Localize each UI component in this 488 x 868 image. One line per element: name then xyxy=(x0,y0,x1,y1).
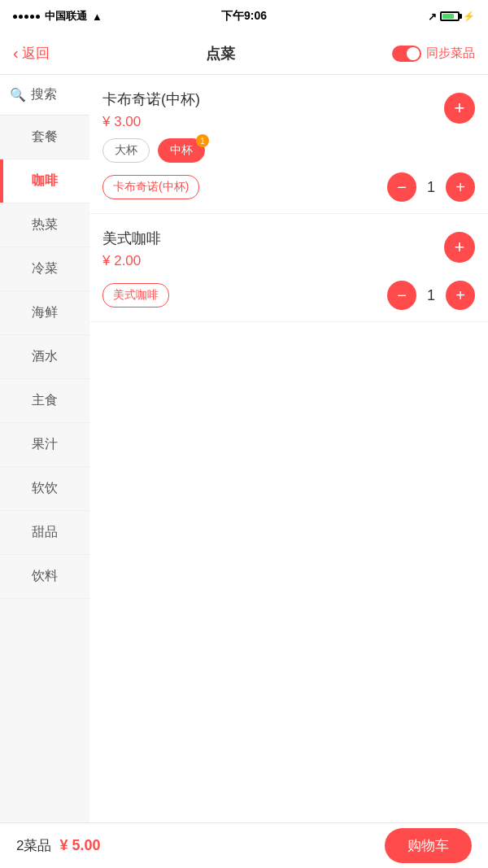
size-medium-option[interactable]: 中杯 1 xyxy=(158,138,205,163)
search-label: 搜索 xyxy=(31,86,57,103)
size-medium-label: 中杯 xyxy=(170,143,193,156)
menu-item-header: 卡布奇诺(中杯) ¥ 3.00 + xyxy=(102,89,475,138)
sidebar-item-seafood[interactable]: 海鲜 xyxy=(0,291,89,335)
sidebar-item-drinks[interactable]: 酒水 xyxy=(0,335,89,379)
sidebar-item-hot-dishes[interactable]: 热菜 xyxy=(0,203,89,247)
sidebar-item-beverage[interactable]: 饮料 xyxy=(0,555,89,599)
plus-icon: + xyxy=(455,98,465,119)
menu-item-cappuccino: 卡布奇诺(中杯) ¥ 3.00 + 大杯 中杯 1 卡布奇诺(中杯) xyxy=(89,75,488,214)
sidebar-item-soft-drink[interactable]: 软饮 xyxy=(0,467,89,511)
battery-icon xyxy=(440,11,460,21)
back-label: 返回 xyxy=(22,44,50,63)
cart-button[interactable]: 购物车 xyxy=(385,828,472,863)
sidebar-item-label: 主食 xyxy=(32,392,58,409)
menu-item-price: ¥ 2.00 xyxy=(102,253,444,269)
menu-item-info: 美式咖啡 ¥ 2.00 xyxy=(102,229,444,277)
sidebar-item-label: 软饮 xyxy=(32,480,58,497)
plus-icon: + xyxy=(455,178,465,197)
decrease-cappuccino-button[interactable]: − xyxy=(387,172,416,202)
sidebar-item-juice[interactable]: 果汁 xyxy=(0,423,89,467)
sidebar: 🔍 搜索 套餐 咖啡 热菜 冷菜 海鲜 酒水 主食 果汁 软饮 甜 xyxy=(0,75,89,822)
cart-controls-americano: − 1 + xyxy=(387,281,475,310)
size-badge: 1 xyxy=(196,134,209,147)
sidebar-item-label: 套餐 xyxy=(32,129,58,146)
sidebar-item-label: 甜品 xyxy=(32,524,58,541)
increase-cappuccino-button[interactable]: + xyxy=(446,172,475,202)
location-icon: ↗ xyxy=(428,11,437,23)
sidebar-item-label: 咖啡 xyxy=(32,172,58,190)
menu-item-info: 卡布奇诺(中杯) ¥ 3.00 xyxy=(102,89,444,138)
sidebar-item-label: 海鲜 xyxy=(32,304,58,321)
signal-icon xyxy=(13,15,40,19)
bottom-bar: 2菜品 ¥ 5.00 购物车 xyxy=(0,822,488,868)
menu-list: 卡布奇诺(中杯) ¥ 3.00 + 大杯 中杯 1 卡布奇诺(中杯) xyxy=(89,75,488,822)
sidebar-item-label: 果汁 xyxy=(32,436,58,453)
cart-tag-cappuccino: 卡布奇诺(中杯) xyxy=(102,175,199,199)
menu-item-name: 卡布奇诺(中杯) xyxy=(102,89,444,109)
cart-tag-americano: 美式咖啡 xyxy=(102,283,169,308)
item-count: 2菜品 xyxy=(16,836,51,855)
sidebar-item-label: 热菜 xyxy=(32,216,58,233)
bottom-info: 2菜品 ¥ 5.00 xyxy=(16,836,101,855)
main-content: 🔍 搜索 套餐 咖啡 热菜 冷菜 海鲜 酒水 主食 果汁 软饮 甜 xyxy=(0,75,488,822)
sidebar-item-dessert[interactable]: 甜品 xyxy=(0,511,89,555)
nav-bar: ‹ 返回 点菜 同步菜品 xyxy=(0,33,488,75)
toggle-knob xyxy=(407,47,420,60)
menu-item-name: 美式咖啡 xyxy=(102,229,444,248)
sync-toggle[interactable] xyxy=(392,46,421,62)
wifi-icon: ▲ xyxy=(92,11,102,23)
sidebar-item-coffee[interactable]: 咖啡 xyxy=(0,159,89,203)
menu-item-price: ¥ 3.00 xyxy=(102,114,444,130)
minus-icon: − xyxy=(397,178,407,197)
sync-label: 同步菜品 xyxy=(426,46,475,61)
time-label: 下午9:06 xyxy=(221,9,267,24)
americano-count: 1 xyxy=(423,287,439,304)
menu-item-header: 美式咖啡 ¥ 2.00 + xyxy=(102,229,475,277)
cart-button-label: 购物车 xyxy=(407,838,449,853)
cappuccino-count: 1 xyxy=(423,179,439,196)
plus-icon: + xyxy=(455,286,465,305)
status-right: ↗ ⚡ xyxy=(428,11,475,23)
add-cappuccino-button[interactable]: + xyxy=(444,93,475,124)
decrease-americano-button[interactable]: − xyxy=(387,281,416,310)
sidebar-item-cold-dishes[interactable]: 冷菜 xyxy=(0,247,89,291)
sidebar-item-label: 冷菜 xyxy=(32,260,58,277)
total-price: ¥ 5.00 xyxy=(59,837,100,854)
sidebar-item-label: 饮料 xyxy=(32,568,58,585)
add-americano-button[interactable]: + xyxy=(444,232,475,263)
minus-icon: − xyxy=(397,286,407,305)
sidebar-item-set-meal[interactable]: 套餐 xyxy=(0,116,89,159)
sidebar-search[interactable]: 🔍 搜索 xyxy=(0,75,89,116)
search-icon: 🔍 xyxy=(10,87,26,103)
carrier-label: 中国联通 xyxy=(45,9,87,24)
increase-americano-button[interactable]: + xyxy=(446,281,475,310)
menu-item-americano: 美式咖啡 ¥ 2.00 + 美式咖啡 − 1 + xyxy=(89,214,488,322)
sidebar-item-staple[interactable]: 主食 xyxy=(0,379,89,423)
cart-controls-cappuccino: − 1 + xyxy=(387,172,475,202)
status-bar: 中国联通 ▲ 下午9:06 ↗ ⚡ xyxy=(0,0,488,33)
size-large-label: 大杯 xyxy=(115,143,137,156)
size-large-option[interactable]: 大杯 xyxy=(102,138,150,163)
size-options: 大杯 中杯 1 xyxy=(102,138,475,163)
sidebar-item-label: 酒水 xyxy=(32,348,58,365)
back-button[interactable]: ‹ 返回 xyxy=(13,44,50,63)
back-chevron-icon: ‹ xyxy=(13,44,19,63)
page-title: 点菜 xyxy=(206,44,235,63)
plus-icon: + xyxy=(455,237,465,258)
sync-button[interactable]: 同步菜品 xyxy=(392,46,475,62)
charge-icon: ⚡ xyxy=(463,11,475,22)
cart-row-americano: 美式咖啡 − 1 + xyxy=(102,281,475,310)
status-left: 中国联通 ▲ xyxy=(13,9,102,24)
cart-row-cappuccino: 卡布奇诺(中杯) − 1 + xyxy=(102,172,475,202)
